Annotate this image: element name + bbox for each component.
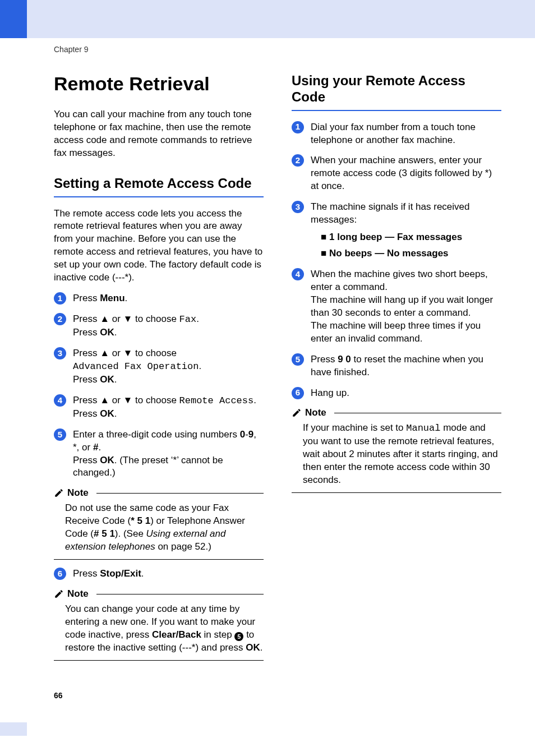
clear-back-key: Clear/Back (152, 629, 201, 640)
ok-key: OK (100, 455, 114, 465)
text: The machine signals if it has received m… (311, 201, 469, 225)
section-rule (54, 196, 264, 197)
text: Press (311, 354, 338, 365)
key-combo: 9 0 (338, 354, 351, 365)
text: Press (73, 293, 100, 303)
step-6: Hang up. (292, 387, 501, 400)
step-1: Press Menu. (54, 292, 264, 305)
note-body: You can change your code at any time by … (54, 600, 264, 661)
text: Press ▲ or ▼ to choose (73, 348, 177, 358)
text: . (260, 642, 263, 653)
text: The machine will beep three times if you… (311, 320, 481, 344)
signal-list: 1 long beep — Fax messages No beeps — No… (321, 231, 501, 260)
text: . (114, 327, 117, 338)
note-rule (96, 493, 264, 494)
step-5: Enter a three-digit code using numbers 0… (54, 428, 264, 480)
page-title: Remote Retrieval (54, 73, 264, 95)
menu-option: Fax (179, 314, 197, 325)
note-body: If your machine is set to Manual mode an… (292, 418, 501, 493)
text: Press (73, 568, 100, 579)
menu-key: Menu (100, 293, 124, 303)
step-ref-icon: 5 (234, 632, 243, 641)
right-column: Using your Remote Access Code Dial your … (292, 73, 501, 669)
section-title-using: Using your Remote Access Code (292, 73, 501, 105)
step-3: Press ▲ or ▼ to choose Advanced Fax Oper… (54, 347, 264, 386)
note-2: Note You can change your code at any tim… (54, 588, 264, 661)
hash-key: # (93, 442, 98, 453)
text: . (141, 568, 144, 579)
text: . (199, 361, 201, 371)
signal-item: 1 long beep — Fax messages (321, 231, 501, 244)
text: . (125, 293, 128, 303)
pencil-icon (54, 488, 64, 498)
text: The machine will hang up if you wait lon… (311, 294, 493, 318)
step-2: When your machine answers, enter your re… (292, 154, 501, 193)
text: . (253, 395, 256, 405)
note-label: Note (67, 588, 89, 600)
text: . (114, 408, 117, 419)
note-right: Note If your machine is set to Manual mo… (292, 407, 501, 493)
chapter-label: Chapter 9 (54, 45, 501, 54)
note-body: Do not use the same code as your Fax Rec… (54, 499, 264, 560)
setting-steps-cont: Press Stop/Exit. (54, 568, 264, 580)
header-band (0, 0, 535, 38)
text: Press ▲ or ▼ to choose (73, 314, 179, 324)
signal-item: No beeps — No messages (321, 247, 501, 260)
step-3: The machine signals if it has received m… (292, 201, 501, 260)
setting-steps: Press Menu. Press ▲ or ▼ to choose Fax. … (54, 292, 264, 480)
digit: 9 (248, 429, 253, 440)
text: Press (73, 455, 100, 465)
note-rule (334, 413, 501, 413)
step-1: Dial your fax number from a touch tone t… (292, 121, 501, 147)
step-5: Press 9 0 to reset the machine when you … (292, 353, 501, 379)
text: on page 52.) (155, 541, 211, 552)
ok-key: OK (100, 327, 114, 338)
using-steps: Dial your fax number from a touch tone t… (292, 121, 501, 400)
menu-option: Remote Access (179, 395, 254, 406)
code: * 5 1 (131, 515, 150, 526)
pencil-icon (54, 589, 64, 599)
stop-exit-key: Stop/Exit (100, 568, 141, 579)
text: . (196, 314, 199, 324)
section-intro: The remote access code lets you access t… (54, 208, 264, 285)
footer-tab (0, 722, 27, 736)
text: . (114, 374, 117, 385)
text: Press (73, 327, 100, 338)
note-label: Note (67, 487, 89, 499)
note-rule (96, 594, 264, 594)
note-1: Note Do not use the same code as your Fa… (54, 487, 264, 560)
step-4: Press ▲ or ▼ to choose Remote Access. Pr… (54, 394, 264, 421)
text: Press (73, 374, 100, 385)
pencil-icon (292, 408, 302, 418)
intro-paragraph: You can call your machine from any touch… (54, 108, 264, 160)
ok-key: OK (100, 374, 114, 385)
mode-name: Manual (406, 423, 440, 434)
text: Press (73, 408, 100, 419)
page-number: 66 (54, 691, 501, 700)
text: Enter a three-digit code using numbers (73, 429, 240, 440)
digit: 0 (240, 429, 245, 440)
code: # 5 1 (94, 528, 115, 539)
text: . (98, 442, 101, 453)
note-label: Note (305, 407, 326, 418)
text: If your machine is set to (303, 422, 406, 433)
step-4: When the machine gives two short beeps, … (292, 268, 501, 345)
ok-key: OK (100, 408, 114, 419)
menu-option: Advanced Fax Operation (73, 361, 199, 372)
ok-key: OK (246, 642, 260, 653)
left-column: Remote Retrieval You can call your machi… (54, 73, 264, 669)
text: When the machine gives two short beeps, … (311, 269, 488, 292)
text: Press ▲ or ▼ to choose (73, 395, 179, 405)
text: ). (See (115, 528, 146, 539)
step-6: Press Stop/Exit. (54, 568, 264, 580)
section-title-setting: Setting a Remote Access Code (54, 176, 264, 192)
text: in step (201, 629, 235, 640)
section-rule (292, 110, 501, 111)
step-2: Press ▲ or ▼ to choose Fax. Press OK. (54, 313, 264, 339)
